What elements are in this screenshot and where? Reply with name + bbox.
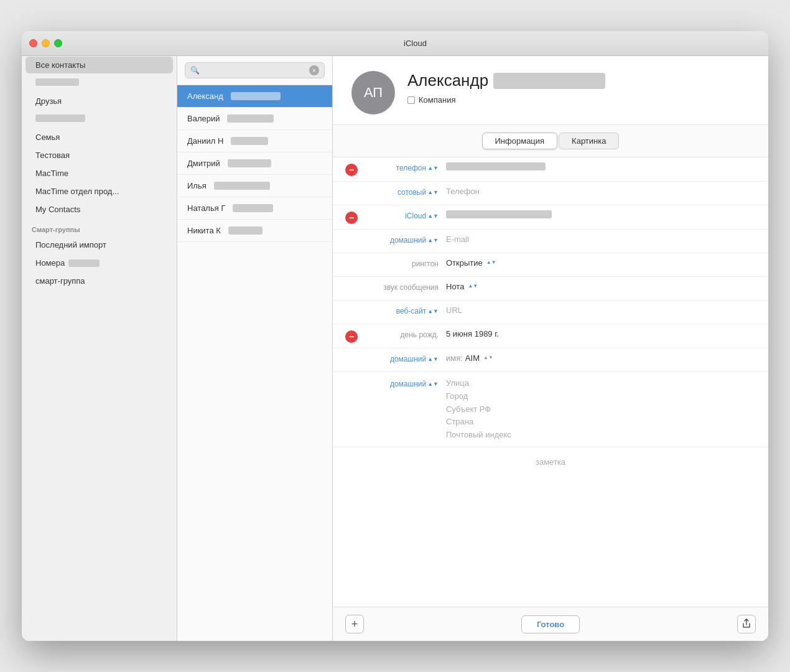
field-value-aim: имя: AIM ▲▼ <box>439 353 756 363</box>
field-label-aim[interactable]: домашний ▲▼ <box>364 353 439 363</box>
search-input[interactable] <box>203 66 306 75</box>
remove-birthday-button[interactable]: − <box>345 330 358 343</box>
address-zip[interactable]: Почтовый индекс <box>446 429 756 442</box>
field-label-ringtone: рингтон <box>364 258 439 268</box>
field-value-address: Улица Город Субъект РФ Страна Почтовый и… <box>439 377 756 442</box>
field-value-phone <box>439 162 756 170</box>
address-city[interactable]: Город <box>446 390 756 403</box>
field-row-phone: − телефон ▲▼ <box>333 157 768 182</box>
sidebar-item-my-contacts[interactable]: My Contacts <box>26 201 173 218</box>
website-stepper[interactable]: ▲▼ <box>427 309 439 314</box>
sidebar-item-smart-group[interactable]: смарт-группа <box>26 273 173 289</box>
contact-item-ilya[interactable]: Илья <box>177 175 332 197</box>
sidebar-item-mactime[interactable]: MacTime <box>26 165 173 182</box>
contact-name-blurred <box>214 182 270 190</box>
numbers-blurred <box>68 259 100 267</box>
field-value-website[interactable]: URL <box>439 306 756 315</box>
share-button[interactable] <box>737 615 756 633</box>
contact-name-blurred <box>228 226 263 235</box>
field-label-birthday: день рожд. <box>364 329 439 339</box>
phone-blurred <box>446 162 546 170</box>
last-name-blurred <box>493 73 605 89</box>
sidebar-item-test[interactable]: Тестовая <box>26 147 173 164</box>
smart-groups-section-label: Смарт-группы <box>22 218 177 236</box>
share-icon <box>741 618 751 630</box>
detail-panel: АП Александр Компания Информация Картинк… <box>333 56 768 641</box>
field-row-message-sound: звук сообщения Нота ▲▼ <box>333 277 768 301</box>
traffic-lights <box>29 39 62 47</box>
contact-name: Александ <box>187 91 223 101</box>
field-label-icloud[interactable]: iCloud ▲▼ <box>364 210 439 220</box>
contact-full-name: Александр <box>407 71 750 90</box>
contact-info-header: Александр Компания <box>407 71 750 105</box>
sidebar-item-last-import[interactable]: Последний импорт <box>26 236 173 253</box>
field-value-home-email[interactable]: E-mail <box>439 235 756 244</box>
contact-item-valeriy[interactable]: Валерий <box>177 108 332 130</box>
tab-picture[interactable]: Картинка <box>559 133 619 149</box>
contact-item-nikita[interactable]: Никита К <box>177 220 332 242</box>
aim-value-stepper[interactable]: ▲▼ <box>483 355 493 361</box>
contact-item-daniil[interactable]: Даниил Н <box>177 130 332 152</box>
sidebar-item-blurred-2[interactable] <box>26 111 173 128</box>
search-icon: 🔍 <box>190 66 200 75</box>
maximize-button[interactable] <box>54 39 62 47</box>
sidebar-item-mactime-dept[interactable]: MacTime отдел прод... <box>26 183 173 200</box>
address-region[interactable]: Субъект РФ <box>446 403 756 416</box>
contact-item-dmitriy[interactable]: Дмитрий <box>177 152 332 175</box>
tab-info[interactable]: Информация <box>482 133 558 149</box>
sidebar-item-blurred-1[interactable] <box>26 75 173 91</box>
field-row-ringtone: рингтон Открытие ▲▼ <box>333 253 768 277</box>
aim-prefix: имя: <box>446 353 463 363</box>
home-email-stepper[interactable]: ▲▼ <box>427 238 439 243</box>
field-label-home-email[interactable]: домашний ▲▼ <box>364 235 439 245</box>
company-checkbox[interactable] <box>407 96 415 104</box>
contact-name-blurred <box>233 204 273 212</box>
field-row-birthday: − день рожд. 5 июня 1989 г. <box>333 324 768 348</box>
title-bar: iCloud <box>22 31 768 56</box>
close-button[interactable] <box>29 39 37 47</box>
sidebar-item-friends[interactable]: Друзья <box>26 93 173 110</box>
contact-name: Даниил Н <box>187 136 223 146</box>
phone-stepper[interactable]: ▲▼ <box>427 166 439 171</box>
sidebar: Все контакты Друзья Семья Тестовая MacTi… <box>22 56 177 641</box>
field-value-cellular[interactable]: Телефон <box>439 187 756 196</box>
minimize-button[interactable] <box>42 39 50 47</box>
contact-name: Наталья Г <box>187 203 225 213</box>
contact-name: Валерий <box>187 114 220 123</box>
cellular-stepper[interactable]: ▲▼ <box>427 190 439 195</box>
avatar: АП <box>351 71 395 114</box>
company-row: Компания <box>407 95 750 105</box>
contact-name: Никита К <box>187 226 221 235</box>
field-label-message-sound: звук сообщения <box>364 282 439 292</box>
contact-name-blurred <box>231 137 268 145</box>
icloud-stepper[interactable]: ▲▼ <box>427 213 439 219</box>
remove-icloud-button[interactable]: − <box>345 212 358 224</box>
add-button[interactable]: + <box>345 615 364 633</box>
contact-list: Александ Валерий Даниил Н Дмитрий <box>177 85 332 641</box>
address-stepper[interactable]: ▲▼ <box>427 381 439 387</box>
address-country[interactable]: Страна <box>446 416 756 429</box>
sidebar-item-numbers[interactable]: Номера <box>26 254 173 271</box>
aim-value: AIM <box>465 353 480 363</box>
field-label-website[interactable]: веб-сайт ▲▼ <box>364 306 439 315</box>
note-placeholder[interactable]: заметка <box>536 457 565 467</box>
contact-item-aleksand[interactable]: Александ <box>177 85 332 108</box>
remove-phone-button[interactable]: − <box>345 164 358 176</box>
field-label-address[interactable]: домашний ▲▼ <box>364 378 439 388</box>
field-label-phone[interactable]: телефон ▲▼ <box>364 162 439 172</box>
field-label-cellular[interactable]: сотовый ▲▼ <box>364 187 439 197</box>
sidebar-item-family[interactable]: Семья <box>26 129 173 146</box>
field-row-phone-sub: сотовый ▲▼ Телефон <box>333 182 768 205</box>
field-row-icloud: − iCloud ▲▼ <box>333 205 768 230</box>
done-button[interactable]: Готово <box>521 615 580 633</box>
sidebar-item-all-contacts[interactable]: Все контакты <box>26 57 173 73</box>
aim-stepper[interactable]: ▲▼ <box>427 357 439 362</box>
message-sound-stepper[interactable]: ▲▼ <box>468 284 478 289</box>
address-street[interactable]: Улица <box>446 377 756 390</box>
search-clear-button[interactable]: × <box>309 65 319 75</box>
contact-name: Дмитрий <box>187 159 220 168</box>
detail-fields: − телефон ▲▼ сотовый ▲▼ Телефон <box>333 157 768 607</box>
ringtone-stepper[interactable]: ▲▼ <box>486 260 496 266</box>
contact-list-panel: 🔍 × Александ Валерий <box>177 56 333 641</box>
contact-item-natalya[interactable]: Наталья Г <box>177 197 332 220</box>
